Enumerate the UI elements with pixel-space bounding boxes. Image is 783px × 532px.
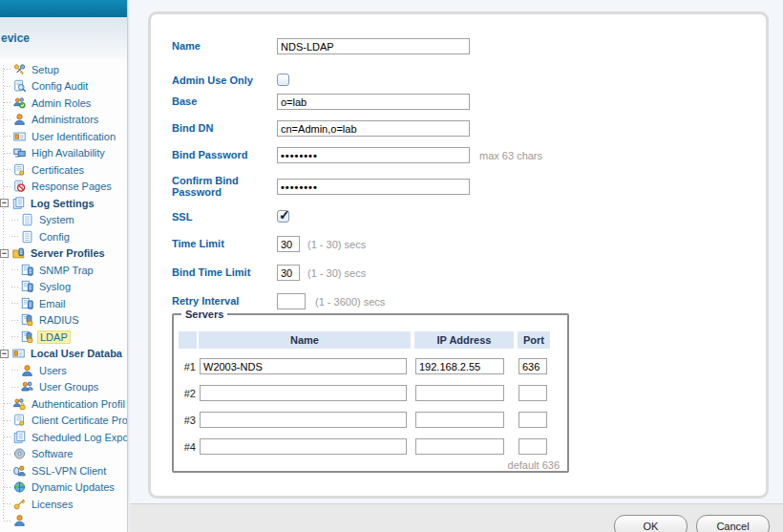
servers-name-header: Name xyxy=(199,331,411,349)
time-limit-input[interactable] xyxy=(277,236,300,252)
tree-connector-line xyxy=(11,370,19,371)
user-groups-icon xyxy=(20,380,34,394)
administrator-person-icon xyxy=(12,113,27,126)
server-name-input-2[interactable] xyxy=(200,385,407,401)
sidebar-item-administrators[interactable]: Administrators xyxy=(0,112,127,129)
sidebar-item-config-audit[interactable]: Config Audit xyxy=(0,78,127,96)
sidebar-item-authentication-profil[interactable]: Authentication Profil xyxy=(0,395,127,413)
server-port-input-1[interactable] xyxy=(518,358,547,374)
tree-connector-line xyxy=(4,102,11,103)
bind-dn-input[interactable] xyxy=(277,120,470,137)
server-ip-input-2[interactable] xyxy=(415,385,504,401)
sidebar-item-ssl-vpn-client[interactable]: SSL-VPN Client xyxy=(0,462,127,479)
tree-connector-line xyxy=(4,69,11,70)
software-disk-icon xyxy=(12,447,27,460)
base-input[interactable] xyxy=(277,94,470,110)
server-page-icon xyxy=(20,297,34,310)
sidebar-item-snmp-trap[interactable]: SNMP Trap xyxy=(0,262,127,279)
confirm-bind-password-label: Confirm Bind Password xyxy=(172,175,273,198)
server-port-input-4[interactable] xyxy=(518,438,547,455)
server-ip-input-3[interactable] xyxy=(415,412,504,428)
bind-password-hint: max 63 chars xyxy=(479,150,542,161)
sidebar-item-scheduled-log-export[interactable]: Scheduled Log Export xyxy=(0,429,127,446)
tree-connector-line xyxy=(4,436,11,437)
sidebar-item-label: Local User Databa xyxy=(29,348,124,359)
server-folder-icon xyxy=(11,246,26,260)
tree-connector-line xyxy=(11,220,19,221)
servers-fieldset: Servers Name IP Address Port #1#2#3#4 de… xyxy=(172,309,569,473)
tree-connector-line xyxy=(11,303,19,304)
server-port-input-3[interactable] xyxy=(518,412,547,428)
sidebar-item-user-groups[interactable]: User Groups xyxy=(0,379,127,396)
bind-password-input[interactable] xyxy=(277,147,470,163)
sidebar-item-radius[interactable]: RADIUS xyxy=(0,312,127,330)
people-lock-icon xyxy=(12,397,27,411)
sidebar-item-label: LDAP xyxy=(37,330,71,344)
sidebar-item-high-availability[interactable]: High Availability xyxy=(0,145,127,162)
server-ip-input-4[interactable] xyxy=(415,438,504,455)
sidebar-item-dynamic-updates[interactable]: Dynamic Updates xyxy=(0,479,127,497)
tree-connector-line xyxy=(4,521,11,521)
retry-interval-input[interactable] xyxy=(277,293,306,309)
globe-updates-icon xyxy=(12,480,27,494)
sidebar-item-config[interactable]: Config xyxy=(0,228,127,245)
sidebar-item-user-identification[interactable]: User Identification xyxy=(0,128,127,145)
sidebar-item-syslog[interactable]: Syslog xyxy=(0,279,127,296)
server-port-input-2[interactable] xyxy=(518,385,547,401)
device-tab-label: evice xyxy=(0,17,127,59)
tree-connector-line xyxy=(11,269,19,270)
config-audit-icon xyxy=(12,79,27,93)
sidebar-item-label: Dynamic Updates xyxy=(30,481,116,493)
server-name-input-1[interactable] xyxy=(200,358,407,374)
time-limit-hint: (1 - 30) secs xyxy=(307,239,366,250)
sidebar-item-label: SNMP Trap xyxy=(37,265,95,276)
sidebar-item-licenses[interactable]: Licenses xyxy=(0,496,127,513)
sidebar-item-ldap[interactable]: LDAP xyxy=(0,329,127,346)
admin-use-only-checkbox[interactable] xyxy=(277,74,289,86)
admin-use-only-label: Admin Use Only xyxy=(172,74,273,86)
sidebar-item-label: Syslog xyxy=(37,281,73,292)
sidebar-item-label: Config xyxy=(37,231,72,243)
sidebar-item-local-user-databa[interactable]: −Local User Databa xyxy=(0,346,127,363)
cancel-button[interactable]: Cancel xyxy=(696,515,770,532)
sidebar-item-system[interactable]: System xyxy=(0,212,127,229)
server-ip-input-1[interactable] xyxy=(415,358,504,374)
sidebar-item-admin-roles[interactable]: Admin Roles xyxy=(0,95,127,112)
sidebar-item-label: Server Profiles xyxy=(29,247,107,259)
sidebar-item-software[interactable]: Software xyxy=(0,446,127,463)
ssl-checkbox[interactable] xyxy=(277,210,289,223)
sidebar-item-label: Client Certificate Pro xyxy=(30,415,127,426)
collapse-minus-icon[interactable]: − xyxy=(0,199,9,207)
tree-connector-line xyxy=(11,320,19,321)
sidebar-item-label: System xyxy=(37,214,76,225)
sidebar-item-client-certificate-pro[interactable]: Client Certificate Pro xyxy=(0,413,127,430)
sidebar-item-certificates[interactable]: Certificates xyxy=(0,161,127,179)
tree-connector-line xyxy=(11,236,19,237)
servers-ip-header: IP Address xyxy=(414,331,514,349)
setup-keys-icon xyxy=(12,63,27,76)
sidebar-item-email[interactable]: Email xyxy=(0,295,127,312)
sidebar-item-users[interactable]: Users xyxy=(0,362,127,379)
collapse-minus-icon[interactable]: − xyxy=(0,249,9,258)
sidebar-item-label: Config Audit xyxy=(30,80,90,92)
sidebar-item-label: Email xyxy=(37,298,68,309)
certificate-icon xyxy=(12,414,27,427)
sidebar-item-label: Users xyxy=(37,365,69,376)
ok-button[interactable]: OK xyxy=(614,515,688,532)
confirm-bind-password-input[interactable] xyxy=(277,179,470,195)
name-input[interactable] xyxy=(277,38,470,54)
sidebar-item-response-pages[interactable]: Response Pages xyxy=(0,179,127,196)
blocked-page-icon xyxy=(12,180,27,193)
sidebar-item-server-profiles[interactable]: −Server Profiles xyxy=(0,245,127,263)
sidebar-item-log-settings[interactable]: −Log Settings xyxy=(0,195,127,212)
bind-time-limit-input[interactable] xyxy=(277,265,300,281)
server-name-input-3[interactable] xyxy=(200,412,407,428)
log-pages-icon xyxy=(11,197,26,210)
sidebar-item-setup[interactable]: Setup xyxy=(0,61,127,78)
person-icon xyxy=(20,364,34,377)
server-row-number: #3 xyxy=(177,415,196,426)
server-name-input-4[interactable] xyxy=(200,438,407,455)
tree-connector-line xyxy=(4,487,11,488)
collapse-minus-icon[interactable]: − xyxy=(0,350,9,358)
sidebar-item-partial[interactable] xyxy=(0,513,127,530)
